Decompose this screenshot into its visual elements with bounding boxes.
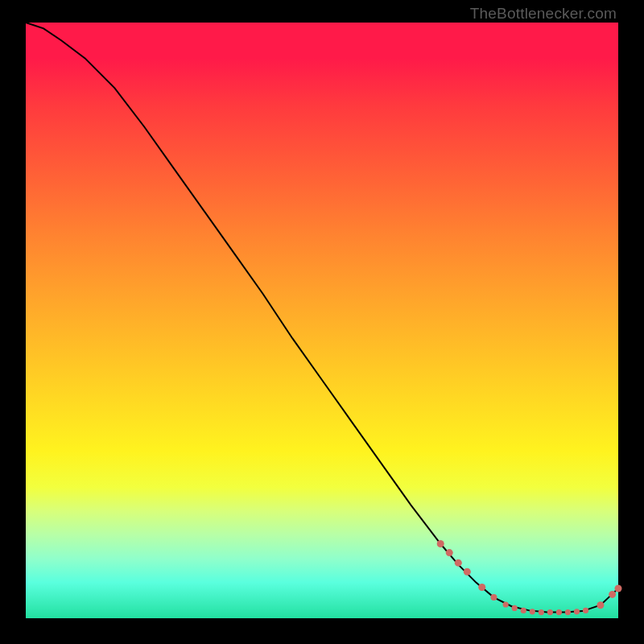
data-marker xyxy=(565,609,571,615)
marker-group xyxy=(437,540,622,615)
data-marker xyxy=(464,568,471,576)
curve-line xyxy=(26,23,618,613)
data-marker xyxy=(512,605,518,611)
data-marker xyxy=(539,609,544,615)
data-marker xyxy=(437,540,444,547)
data-marker xyxy=(547,609,553,615)
data-marker xyxy=(478,584,485,591)
data-marker xyxy=(521,608,526,613)
plot-area xyxy=(26,23,618,618)
data-marker xyxy=(503,601,509,607)
data-marker xyxy=(455,559,462,567)
data-marker xyxy=(446,549,453,556)
data-marker xyxy=(556,609,562,615)
data-marker xyxy=(597,601,604,609)
data-marker xyxy=(490,594,497,601)
attribution-text: TheBottlenecker.com xyxy=(470,5,617,23)
data-marker xyxy=(574,609,580,614)
chart-svg xyxy=(26,23,618,618)
data-marker xyxy=(583,608,588,613)
chart-stage: TheBottlenecker.com xyxy=(0,0,644,644)
data-marker xyxy=(609,591,616,598)
data-marker xyxy=(615,585,622,592)
data-marker xyxy=(530,609,535,614)
